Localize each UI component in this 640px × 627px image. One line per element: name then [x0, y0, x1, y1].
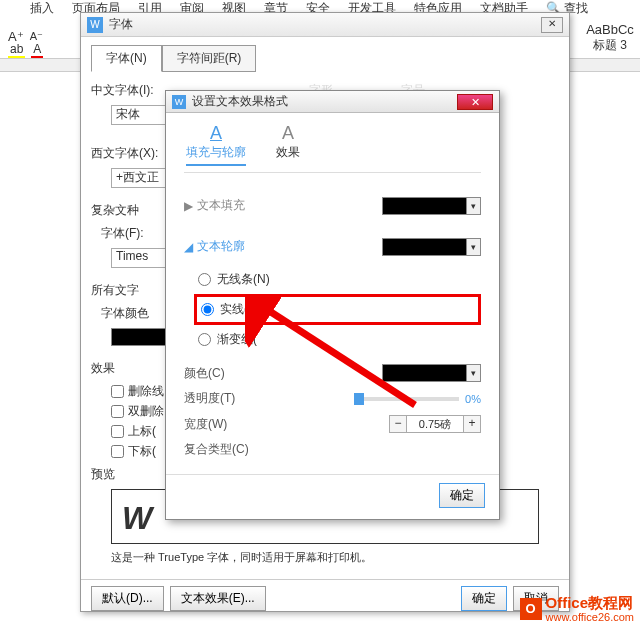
- dialog-title: 字体: [109, 16, 133, 33]
- letter-a-outline-icon: A: [276, 123, 300, 144]
- letter-a-icon: A: [186, 123, 246, 144]
- office-logo-icon: O: [520, 598, 542, 620]
- subscript-label: 下标(: [128, 443, 156, 460]
- transparency-label: 透明度(T): [184, 390, 235, 407]
- transparency-slider[interactable]: [354, 397, 459, 401]
- compound-label: 复合类型(C): [184, 441, 249, 458]
- outline-solid-radio[interactable]: 实线(S): [201, 301, 474, 318]
- font-dialog-titlebar: W 字体 ✕: [81, 13, 569, 37]
- text-effect-dialog: W 设置文本效果格式 ✕ A 填充与轮廓 A 效果 ▶ 文本填充 ▾ ◢ 文本轮…: [165, 90, 500, 520]
- dropdown-icon[interactable]: ▾: [467, 238, 481, 256]
- west-font-select[interactable]: +西文正: [111, 168, 171, 188]
- width-label: 宽度(W): [184, 416, 227, 433]
- decrement-button[interactable]: −: [389, 415, 407, 433]
- superscript-label: 上标(: [128, 423, 156, 440]
- effect-dialog-titlebar: W 设置文本效果格式 ✕: [166, 91, 499, 113]
- text-effect-button[interactable]: 文本效果(E)...: [170, 586, 266, 611]
- watermark: O Office教程网 www.office26.com: [520, 594, 634, 623]
- outline-none-radio[interactable]: 无线条(N): [198, 271, 481, 288]
- complex-font-select[interactable]: Times: [111, 248, 171, 268]
- outline-color-swatch[interactable]: [382, 364, 467, 382]
- watermark-url: www.office26.com: [546, 611, 634, 623]
- highlight-icon[interactable]: ab: [8, 42, 25, 59]
- font-shrink-icon[interactable]: A⁻: [30, 30, 43, 43]
- menu-item[interactable]: 插入: [30, 0, 54, 18]
- font-dialog-footer: 默认(D)... 文本效果(E)... 确定 取消: [81, 579, 569, 617]
- text-outline-swatch[interactable]: [382, 238, 467, 256]
- subscript-checkbox[interactable]: [111, 445, 124, 458]
- ok-button[interactable]: 确定: [439, 483, 485, 508]
- ok-button[interactable]: 确定: [461, 586, 507, 611]
- text-outline-group[interactable]: ◢ 文本轮廓: [184, 238, 245, 255]
- style-preview: AaBbCc: [580, 22, 640, 37]
- dropdown-icon[interactable]: ▾: [467, 364, 481, 382]
- dbl-strike-label: 双删除: [128, 403, 164, 420]
- font-dialog-tabs: 字体(N) 字符间距(R): [91, 45, 559, 72]
- text-fill-swatch[interactable]: [382, 197, 467, 215]
- font-color-icon[interactable]: A: [31, 42, 43, 59]
- effect-dialog-tabs: A 填充与轮廓 A 效果: [166, 113, 499, 166]
- dbl-strike-checkbox[interactable]: [111, 405, 124, 418]
- tab-spacing[interactable]: 字符间距(R): [162, 45, 257, 72]
- annotation-highlight-box: 实线(S): [194, 294, 481, 325]
- tab-effects[interactable]: A 效果: [276, 123, 300, 166]
- transparency-value: 0%: [465, 393, 481, 405]
- text-fill-group[interactable]: ▶ 文本填充: [184, 197, 245, 214]
- close-button[interactable]: ✕: [457, 94, 493, 110]
- tab-fill-outline[interactable]: A 填充与轮廓: [186, 123, 246, 166]
- width-value[interactable]: 0.75磅: [407, 415, 463, 433]
- increment-button[interactable]: +: [463, 415, 481, 433]
- dropdown-icon[interactable]: ▾: [467, 197, 481, 215]
- color-label: 颜色(C): [184, 365, 225, 382]
- strike-label: 删除线: [128, 383, 164, 400]
- dialog-title: 设置文本效果格式: [192, 93, 288, 110]
- cn-font-select[interactable]: 宋体: [111, 105, 171, 125]
- outline-gradient-radio[interactable]: 渐变线(: [198, 331, 481, 348]
- font-color-swatch[interactable]: [111, 328, 166, 346]
- preview-text: W: [122, 500, 152, 537]
- style-name: 标题 3: [580, 37, 640, 54]
- truetype-note: 这是一种 TrueType 字体，同时适用于屏幕和打印机。: [111, 550, 539, 565]
- app-icon: W: [87, 17, 103, 33]
- width-spinner[interactable]: − 0.75磅 +: [389, 415, 481, 433]
- close-button[interactable]: ✕: [541, 17, 563, 33]
- default-button[interactable]: 默认(D)...: [91, 586, 164, 611]
- strike-checkbox[interactable]: [111, 385, 124, 398]
- superscript-checkbox[interactable]: [111, 425, 124, 438]
- tab-font[interactable]: 字体(N): [91, 45, 162, 72]
- style-gallery-item[interactable]: AaBbCc 标题 3: [580, 22, 640, 54]
- app-icon: W: [172, 95, 186, 109]
